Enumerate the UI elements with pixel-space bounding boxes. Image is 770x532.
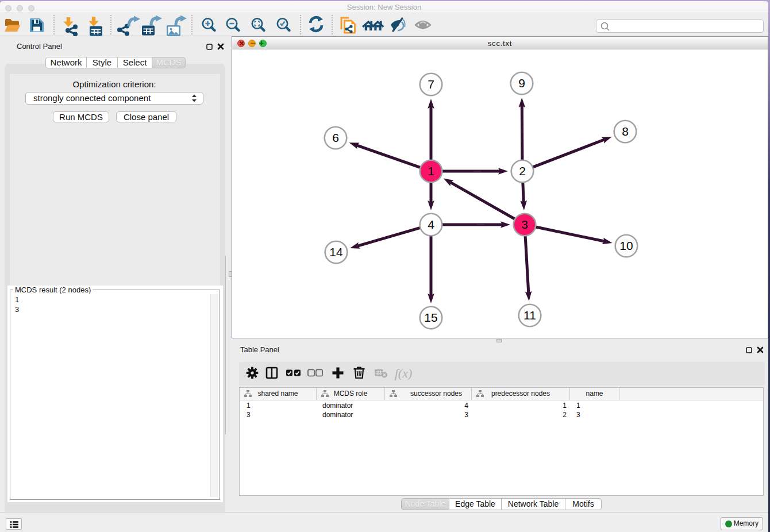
svg-text:8: 8	[622, 125, 629, 138]
svg-text:1: 1	[428, 164, 434, 178]
svg-text:7: 7	[428, 78, 434, 91]
svg-text:f(x): f(x)	[395, 366, 413, 380]
svg-text:4: 4	[428, 218, 434, 231]
svg-text:11: 11	[523, 309, 536, 322]
svg-text:14: 14	[329, 245, 343, 259]
svg-text:6: 6	[332, 131, 339, 144]
svg-text:2: 2	[519, 164, 526, 178]
svg-text:3: 3	[521, 218, 528, 231]
svg-text:15: 15	[424, 311, 437, 324]
svg-text:10: 10	[619, 239, 633, 252]
svg-text:9: 9	[518, 76, 525, 90]
